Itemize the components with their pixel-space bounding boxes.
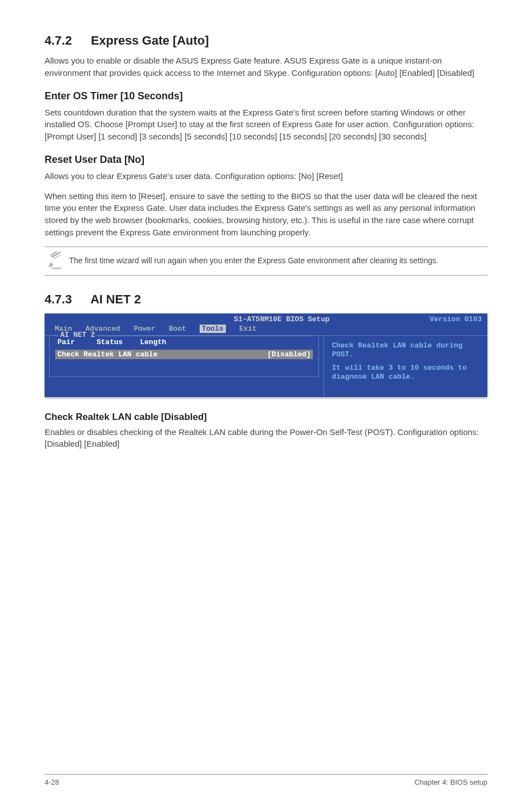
- paragraph: Sets countdown duration that the system …: [45, 107, 487, 143]
- pencil-note-icon: [45, 252, 69, 270]
- bios-help-text-1: Check Realtek LAN cable during POST.: [332, 341, 480, 360]
- bios-menu-exit: Exit: [239, 325, 257, 333]
- bios-menu-bar: Main Advanced Power Boot Tools Exit: [45, 323, 487, 336]
- bios-help-panel: Check Realtek LAN cable during POST. It …: [323, 336, 487, 396]
- page-number: 4-28: [45, 778, 59, 786]
- section-heading-473: 4.7.3 AI NET 2: [45, 292, 487, 307]
- paragraph: Enables or disables checking of the Real…: [45, 426, 487, 451]
- subheading-check-realtek: Check Realtek LAN cable [Disabled]: [45, 412, 487, 423]
- page-footer: 4-28 Chapter 4: BIOS setup: [45, 774, 487, 786]
- row-label: Check Realtek LAN cable: [57, 350, 157, 359]
- bios-menu-boot: Boot: [169, 325, 186, 333]
- bios-version: Version 0103: [429, 315, 482, 323]
- bios-title: S1-AT5NM10E BIOS Setup: [50, 315, 429, 323]
- svg-point-0: [51, 267, 62, 269]
- section-title: AI NET 2: [90, 292, 141, 306]
- bios-screenshot: S1-AT5NM10E BIOS Setup Version 0103 Main…: [45, 313, 487, 397]
- chapter-label: Chapter 4: BIOS setup: [414, 778, 487, 786]
- section-heading-472: 4.7.2 Express Gate [Auto]: [45, 33, 487, 48]
- note-text: The first time wizard will run again whe…: [69, 255, 438, 267]
- section-title: Express Gate [Auto]: [91, 33, 209, 47]
- bios-table-header: Pair Status Length: [55, 338, 313, 346]
- subheading-reset-user-data: Reset User Data [No]: [45, 154, 487, 166]
- section-number: 4.7.3: [45, 292, 72, 307]
- col-pair: Pair: [57, 338, 75, 346]
- col-length: Length: [140, 338, 166, 346]
- row-value: [Disabled]: [267, 350, 311, 359]
- bios-selected-row: Check Realtek LAN cable [Disabled]: [55, 350, 313, 359]
- paragraph: Allows you to clear Express Gate's user …: [45, 170, 487, 182]
- svg-marker-2: [49, 263, 53, 267]
- svg-rect-1: [51, 252, 61, 257]
- intro-paragraph: Allows you to enable or disable the ASUS…: [45, 55, 487, 79]
- paragraph: When setting this item to [Reset], ensur…: [45, 190, 487, 239]
- section-number: 4.7.2: [45, 33, 72, 48]
- note-callout: The first time wizard will run again whe…: [45, 247, 487, 276]
- col-status: Status: [96, 338, 123, 346]
- subheading-enter-os-timer: Enter OS Timer [10 Seconds]: [45, 90, 487, 102]
- bios-help-text-2: It will take 3 to 10 seconds to diagnose…: [332, 364, 480, 382]
- bios-menu-tools: Tools: [200, 325, 226, 333]
- bios-menu-power: Power: [134, 325, 156, 333]
